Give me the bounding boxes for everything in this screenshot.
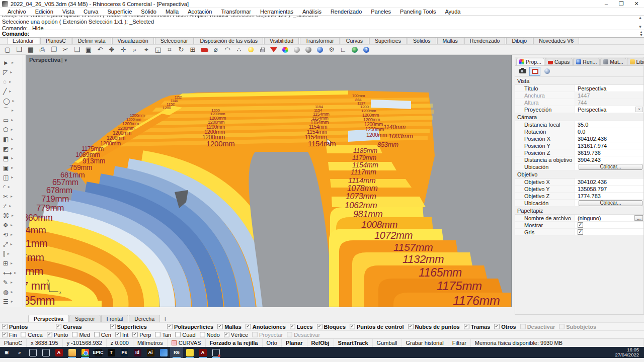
layer-tool[interactable]: ☰▸ <box>0 297 23 306</box>
polygon-tool[interactable]: ⬠▸ <box>0 125 23 134</box>
osnap-med[interactable]: Med <box>72 332 90 338</box>
rotate-view-icon[interactable]: ↻ <box>176 45 187 54</box>
viewport-properties-button[interactable] <box>529 67 540 76</box>
move-icon[interactable]: ✛ <box>118 45 129 54</box>
property-value[interactable]: Colocar... <box>575 163 643 170</box>
car-icon[interactable] <box>199 45 210 54</box>
grid-snap-toggle[interactable]: Forzado a la rejilla <box>206 339 263 347</box>
menu-item-analisis[interactable]: Análisis <box>298 9 326 15</box>
property-value[interactable]: Perspectiva <box>575 85 643 92</box>
close-button[interactable]: ✕ <box>629 0 644 8</box>
menu-item-renderizado[interactable]: Renderizado <box>326 9 366 15</box>
checkbox[interactable] <box>167 324 172 329</box>
autocad-icon[interactable]: A <box>52 347 65 358</box>
property-value[interactable]: 3904.243 <box>575 156 643 163</box>
minimize-button[interactable]: – <box>599 0 614 8</box>
taskbar-clock[interactable]: 16:05 27/04/2022 <box>615 347 644 357</box>
panel-tab-prop[interactable]: Prop... <box>516 58 544 65</box>
shaded-sphere-icon[interactable] <box>291 45 302 54</box>
menu-item-archivo[interactable]: Archivo <box>3 9 31 15</box>
zoom-dynamic-icon[interactable]: ⌖ <box>141 45 152 54</box>
osnap-punto[interactable]: Punto <box>47 332 68 338</box>
filter-nubes-de-puntos[interactable]: Nubes de puntos <box>408 324 460 330</box>
menu-item-superficie[interactable]: Superficie <box>103 9 136 15</box>
filter-curvas[interactable]: Curvas <box>56 324 82 330</box>
checkbox[interactable] <box>217 324 222 329</box>
checkbox[interactable] <box>559 324 565 329</box>
layer-cell[interactable]: CURVAS <box>168 339 206 347</box>
osnap-desactivar[interactable]: Desactivar <box>287 332 320 338</box>
curve-tool[interactable]: ◌▸ <box>0 77 23 86</box>
panel-tab-mat[interactable]: Mat... <box>600 58 626 65</box>
checkbox[interactable] <box>350 324 355 329</box>
points-icon[interactable]: ∴ <box>233 45 245 54</box>
filter-polisuperficies[interactable]: Polisuperficies <box>167 324 213 330</box>
select-tool[interactable]: ►▸ <box>0 58 23 67</box>
mirror-tool[interactable]: ⫿▸ <box>0 249 23 258</box>
filter-tramas[interactable]: Tramas <box>464 324 491 330</box>
menu-item-transformar[interactable]: Transformar <box>216 9 256 15</box>
properties-icon[interactable]: ❐ <box>48 45 59 54</box>
command-spinner[interactable]: ▲▼ <box>639 31 643 37</box>
viewport-layout-icon[interactable]: ⊞ <box>187 45 198 54</box>
checkbox[interactable] <box>56 324 61 329</box>
measure-icon[interactable]: ⌀ <box>210 45 221 54</box>
filter-otros[interactable]: Otros <box>494 324 516 330</box>
scale-tool[interactable]: ⤢▸ <box>0 239 23 249</box>
viewport-menu-chevron-icon[interactable]: ▼ <box>64 58 68 63</box>
osnap-nodo[interactable]: Nodo <box>200 332 220 338</box>
extrude-tool[interactable]: ⬒▸ <box>0 153 23 163</box>
filter-mallas[interactable]: Mallas <box>217 324 242 330</box>
arc-icon[interactable]: ◠ <box>222 45 233 54</box>
property-value[interactable]: Perspectiva˅ <box>575 106 643 113</box>
filter-desactivar[interactable]: Desactivar <box>520 324 555 330</box>
toolbar-tab-solidos[interactable]: Sólidos <box>408 37 436 44</box>
menu-item-paneles[interactable]: Paneles <box>366 9 395 15</box>
rotate-tool[interactable]: ⟲▸ <box>0 230 23 239</box>
filter-puntos-de-control[interactable]: Puntos de control <box>350 324 404 330</box>
zoom-icon[interactable]: ⌕ <box>129 45 140 54</box>
z-coordinate[interactable]: z 0.000 <box>107 339 133 347</box>
boolean-tool[interactable]: ◫▸ <box>0 172 23 182</box>
search-button[interactable]: ⌕ <box>13 347 26 358</box>
zoom-window-icon[interactable]: ◱ <box>152 45 164 54</box>
x-coordinate[interactable]: x 3638.195 <box>27 339 62 347</box>
command-history[interactable]: Dibuje una ventana para aplicar el zoom … <box>0 16 644 30</box>
perspective-viewport[interactable]: Perspectiva|▼ <box>26 55 512 307</box>
epic-games-icon[interactable]: EPIC <box>92 347 105 358</box>
photos-icon[interactable] <box>157 347 170 358</box>
filter-luces[interactable]: Luces <box>290 324 313 330</box>
property-value[interactable]: 0.0 <box>575 128 643 135</box>
dimension-tool[interactable]: ⟷▸ <box>0 268 23 278</box>
rectangle-tool[interactable]: ▭▸ <box>0 115 23 125</box>
filter-bloques[interactable]: Bloques <box>317 324 346 330</box>
menu-item-paneling-tools[interactable]: Paneling Tools <box>395 9 440 15</box>
property-value[interactable]: 3619.736 <box>575 149 643 156</box>
osnap-cen[interactable]: Cen <box>94 332 111 338</box>
cplane-cell[interactable]: PlanoC <box>0 339 27 347</box>
checkbox[interactable] <box>495 324 500 329</box>
save-icon[interactable]: ▦ <box>25 45 36 54</box>
checkbox[interactable] <box>21 332 26 337</box>
panel-tab-ren[interactable]: Ren... <box>573 58 600 65</box>
rhino-icon[interactable]: R6 <box>170 347 183 358</box>
osnap-proyectar[interactable]: Proyectar <box>252 332 283 338</box>
menu-item-acotacion[interactable]: Acotación <box>183 9 216 15</box>
dropdown-chevron-icon[interactable]: ˅ <box>635 107 643 112</box>
checkbox[interactable] <box>252 332 257 337</box>
panel-tab-libre[interactable]: Libre... <box>627 58 644 65</box>
refobj-toggle[interactable]: RefObj <box>307 339 334 347</box>
viewport-tab-perspectiva[interactable]: Perspectiva <box>28 315 69 322</box>
panel-tab-capas[interactable]: Capas <box>545 58 573 65</box>
osnap-int[interactable]: Int <box>115 332 128 338</box>
checkbox[interactable] <box>464 324 469 329</box>
toolbar-tab-transformar[interactable]: Transformar <box>300 37 340 44</box>
task-view-button[interactable] <box>39 347 52 358</box>
toolbar-tab-visualizacion[interactable]: Visualización <box>112 37 154 44</box>
property-value[interactable]: 35.0 <box>575 121 643 128</box>
cortana-button[interactable] <box>26 347 39 358</box>
checkbox[interactable] <box>2 332 7 337</box>
paste-icon[interactable]: ▣ <box>83 45 94 54</box>
annotate-tool[interactable]: ✎▸ <box>0 278 23 287</box>
viewport-tab-superior[interactable]: Superior <box>69 315 101 322</box>
